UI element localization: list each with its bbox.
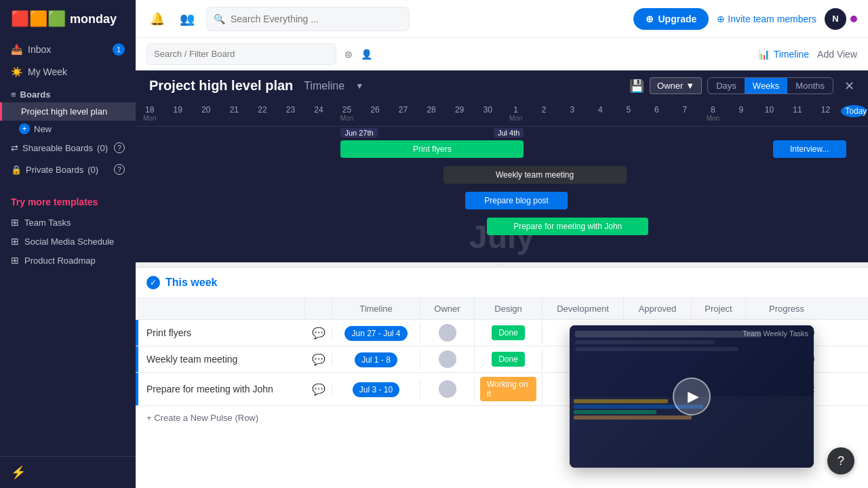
owner-button[interactable]: Owner ▼	[650, 77, 702, 94]
gantt-bar[interactable]: Prepare blog post	[465, 192, 568, 209]
add-view-button[interactable]: Add View	[817, 49, 857, 60]
col-header-name	[136, 298, 305, 319]
task-design[interactable]: Done	[475, 321, 542, 344]
task-message-icon[interactable]: 💬	[305, 383, 332, 396]
subheader: ⊜ 👤 📊 Timeline Add View	[136, 38, 868, 70]
gantt-bar[interactable]: Interview...	[773, 140, 846, 158]
video-play-button[interactable]: ▶	[673, 378, 711, 415]
save-icon[interactable]: 💾	[629, 79, 644, 94]
owner-avatar	[439, 350, 456, 368]
calendar-day-cell: 6	[643, 101, 671, 126]
task-message-icon[interactable]: 💬	[305, 327, 332, 340]
invite-button[interactable]: ⊕ Invite team members	[717, 14, 816, 24]
video-inner: ▶ Team Weekly Tasks	[570, 325, 814, 468]
calendar-day-cell: 29	[446, 101, 474, 126]
calendar-day-cell: 18Mon	[136, 101, 164, 126]
design-status-badge[interactable]: Working on it	[480, 377, 536, 401]
shareable-help-icon[interactable]: ?	[114, 142, 125, 153]
video-overlay[interactable]: ▶ Team Weekly Tasks	[570, 325, 814, 468]
hamburger-icon: ≡	[11, 89, 16, 100]
help-button[interactable]: ?	[827, 447, 854, 474]
avatar[interactable]: N	[825, 8, 846, 30]
board-search[interactable]	[146, 43, 336, 65]
search-icon: 🔍	[214, 14, 225, 24]
sidebar-shareable-boards[interactable]: ⇄ Shareable Boards (0) ?	[0, 137, 136, 159]
person-filter-icon[interactable]: 👤	[361, 49, 372, 60]
timeline-header-bar: Project high level plan Timeline ▼ 💾 Own…	[136, 70, 868, 101]
sidebar-item-inbox[interactable]: 📥 Inbox 1	[0, 38, 136, 61]
template-social-media[interactable]: ⊞ Social Media Schedule	[11, 232, 125, 251]
search-input[interactable]	[231, 14, 402, 24]
today-indicator[interactable]: Today	[841, 105, 867, 117]
sidebar-item-myweek[interactable]: ☀️ My Week	[0, 61, 136, 83]
task-timeline[interactable]: Jul 1 - 8	[332, 349, 420, 369]
task-design[interactable]: Working on it	[475, 373, 542, 405]
lightning-icon[interactable]: ⚡	[11, 466, 26, 479]
close-timeline-button[interactable]: ✕	[844, 79, 854, 94]
task-message-icon[interactable]: 💬	[305, 353, 332, 366]
notification-icon[interactable]: 🔔	[146, 8, 168, 30]
calendar-day-cell: 10	[755, 101, 784, 126]
search-bar[interactable]: 🔍	[206, 7, 410, 31]
sidebar-board-project[interactable]: Project high level plan	[0, 102, 136, 121]
weeks-view-button[interactable]: Weeks	[745, 78, 788, 94]
calendar-day-cell: 7	[671, 101, 699, 126]
design-status-badge[interactable]: Done	[492, 325, 525, 340]
col-header-project: Project	[692, 298, 746, 319]
video-title: Team Weekly Tasks	[743, 329, 808, 338]
calendar-day-cell: 28	[417, 101, 446, 126]
lock-icon: 🔒	[11, 165, 22, 175]
gantt-bar[interactable]: Print flyersJun 27thJul 4th	[340, 140, 524, 158]
calendar-day-cell: 22	[248, 101, 277, 126]
calendar-day-cell: 2	[530, 101, 558, 126]
col-header-owner: Owner	[420, 298, 475, 319]
status-dot[interactable]	[850, 16, 857, 22]
task-timeline[interactable]: Jun 27 - Jul 4	[332, 323, 420, 343]
months-view-button[interactable]: Months	[787, 78, 833, 94]
new-board-button[interactable]: + New	[0, 121, 136, 137]
calendar-day-cell: 11	[783, 101, 812, 126]
template-icon: ⊞	[11, 217, 19, 228]
inbox-icon: 📥	[11, 44, 22, 55]
logo-icon: 🟥🟧🟩	[11, 10, 66, 28]
timeline-dropdown-arrow[interactable]: ▼	[355, 81, 363, 91]
task-owner[interactable]	[420, 376, 475, 402]
timeline-controls: 💾 Owner ▼ Days Weeks Months ✕	[629, 77, 854, 94]
task-design[interactable]: Done	[475, 348, 542, 371]
col-header-approved: Approved	[624, 298, 692, 319]
col-header-design: Design	[475, 298, 542, 319]
task-owner[interactable]	[420, 346, 475, 372]
logo-text: monday	[70, 12, 117, 26]
sidebar-private-boards[interactable]: 🔒 Private Boards (0) ?	[0, 159, 136, 180]
templates-section: Try more templates ⊞ Team Tasks ⊞ Social…	[0, 191, 136, 275]
template-product-roadmap[interactable]: ⊞ Product Roadmap	[11, 251, 125, 270]
private-help-icon[interactable]: ?	[114, 164, 125, 175]
task-owner[interactable]	[420, 320, 475, 346]
calendar-day-cell: 1Mon	[502, 101, 530, 126]
days-view-button[interactable]: Days	[708, 78, 745, 94]
col-header-timeline: Timeline	[332, 298, 420, 319]
calendar-day-cell: 9	[727, 101, 755, 126]
gantt-bar[interactable]: Prepare for meeting with John	[487, 218, 648, 235]
owner-dropdown-icon: ▼	[686, 81, 694, 91]
task-timeline[interactable]: Jul 3 - 10	[332, 379, 420, 399]
filter-icon[interactable]: ⊜	[344, 49, 353, 60]
sidebar-section-boards[interactable]: ≡ Boards	[0, 83, 136, 102]
col-header-progress: Progress	[746, 298, 827, 319]
timeline-view-button[interactable]: 📊 Timeline	[758, 49, 809, 60]
logo[interactable]: 🟥🟧🟩 monday	[11, 10, 117, 28]
calendar-day-cell: 12	[812, 101, 840, 126]
drag-handle[interactable]: ⋯	[136, 262, 868, 268]
calendar-day-cell: 21	[220, 101, 249, 126]
content-area: Project high level plan Timeline ▼ 💾 Own…	[136, 70, 868, 488]
design-status-badge[interactable]: Done	[492, 352, 525, 367]
board-search-input[interactable]	[154, 49, 329, 59]
play-icon: ▶	[688, 388, 699, 405]
upgrade-button[interactable]: ⊕ Upgrade	[633, 8, 709, 30]
templates-title: Try more templates	[11, 197, 125, 207]
gantt-bar[interactable]: Weekly team meeting	[443, 166, 627, 184]
people-icon[interactable]: 👥	[176, 8, 198, 30]
template-team-tasks[interactable]: ⊞ Team Tasks	[11, 213, 125, 232]
board-title: Project high level plan	[149, 78, 293, 94]
week-title: This week	[165, 277, 217, 289]
